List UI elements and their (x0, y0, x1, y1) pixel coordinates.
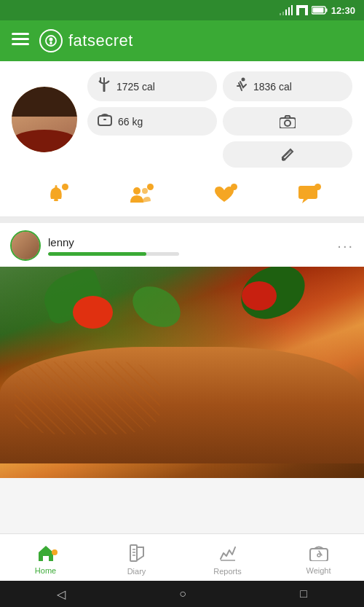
weight-value: 66 kg (118, 116, 143, 128)
calories-out-value: 1836 cal (253, 81, 292, 93)
tab-weight-label: Weight (306, 566, 331, 575)
status-bar: 12:30 (0, 0, 364, 20)
reports-icon (219, 544, 237, 562)
post-header: lenny ··· (0, 223, 364, 267)
bell-dot (62, 184, 68, 190)
messages-dot (314, 184, 321, 190)
tab-reports-label: Reports (213, 567, 242, 576)
likes-notification[interactable] (214, 185, 234, 209)
top-bar: fatsecret (0, 20, 364, 61)
post-avatar (10, 230, 41, 261)
svg-point-22 (285, 120, 290, 126)
svg-rect-10 (12, 38, 29, 40)
svg-rect-16 (103, 77, 105, 83)
dashboard: 1725 cal 1836 cal (0, 61, 364, 175)
svg-rect-8 (312, 8, 323, 13)
weight-pill[interactable]: 66 kg (87, 107, 217, 136)
edit-button[interactable] (223, 141, 352, 168)
home-button[interactable]: ○ (179, 587, 186, 600)
svg-point-13 (50, 38, 53, 42)
scale-icon (98, 113, 112, 130)
food-icon (98, 77, 111, 95)
svg-marker-4 (280, 13, 281, 15)
post-progress-fill (48, 252, 146, 256)
tab-diary[interactable]: Diary (91, 540, 182, 576)
avatar (12, 87, 77, 152)
status-icons: 12:30 (280, 5, 355, 16)
tab-diary-label: Diary (127, 567, 146, 576)
svg-rect-26 (54, 199, 58, 201)
svg-marker-1 (288, 7, 290, 15)
diary-icon (129, 544, 145, 562)
svg-rect-17 (103, 84, 106, 92)
tab-home-label: Home (35, 566, 56, 575)
dashboard-top: 1725 cal 1836 cal (12, 71, 352, 168)
calories-in-pill[interactable]: 1725 cal (87, 71, 217, 101)
bell-notification[interactable] (47, 185, 66, 209)
home-notif-dot (52, 549, 58, 555)
friends-notification[interactable] (129, 185, 151, 209)
post-info: lenny (48, 236, 330, 256)
recent-button[interactable]: □ (300, 587, 307, 600)
svg-rect-19 (98, 116, 111, 125)
exercise-icon (233, 77, 248, 95)
friends-dot (147, 184, 154, 190)
likes-dot (231, 184, 237, 190)
tab-reports[interactable]: Reports (182, 540, 273, 576)
logo-circle (39, 29, 63, 52)
tab-weight[interactable]: Weight (273, 541, 364, 575)
svg-line-24 (282, 160, 285, 160)
svg-marker-0 (291, 5, 293, 15)
svg-point-38 (317, 554, 320, 557)
calories-in-value: 1725 cal (116, 81, 155, 93)
post-more-button[interactable]: ··· (337, 238, 354, 254)
menu-icon[interactable] (12, 31, 29, 50)
tab-bar: Home Diary Reports (0, 533, 364, 581)
weight-icon (309, 545, 328, 561)
svg-marker-2 (285, 9, 287, 15)
svg-point-18 (242, 78, 245, 82)
svg-rect-9 (12, 33, 29, 35)
svg-rect-31 (130, 545, 137, 561)
svg-point-29 (142, 188, 148, 194)
svg-rect-20 (103, 119, 106, 120)
back-button[interactable]: ◁ (57, 587, 66, 601)
svg-rect-14 (50, 42, 52, 44)
status-time: 12:30 (331, 5, 355, 16)
battery-icon (312, 6, 328, 15)
signal-icon (280, 5, 293, 15)
svg-point-28 (133, 187, 141, 195)
stats-grid: 1725 cal 1836 cal (87, 71, 352, 168)
section-divider (0, 217, 364, 223)
notification-row (0, 175, 364, 217)
app-name: fatsecret (68, 31, 133, 50)
food-image (0, 267, 364, 478)
calories-out-pill[interactable]: 1836 cal (223, 71, 352, 101)
svg-rect-27 (55, 185, 57, 187)
android-nav: ◁ ○ □ (0, 581, 364, 607)
tab-home[interactable]: Home (0, 541, 91, 575)
logo: fatsecret (39, 29, 133, 52)
network-icon (296, 5, 308, 15)
post-username: lenny (48, 236, 330, 248)
messages-notification[interactable] (298, 185, 318, 209)
post-progress-bar (48, 252, 179, 256)
svg-rect-7 (325, 9, 327, 12)
svg-marker-3 (282, 12, 284, 15)
svg-marker-5 (296, 5, 308, 15)
svg-rect-11 (12, 43, 29, 45)
camera-button[interactable] (223, 107, 352, 136)
